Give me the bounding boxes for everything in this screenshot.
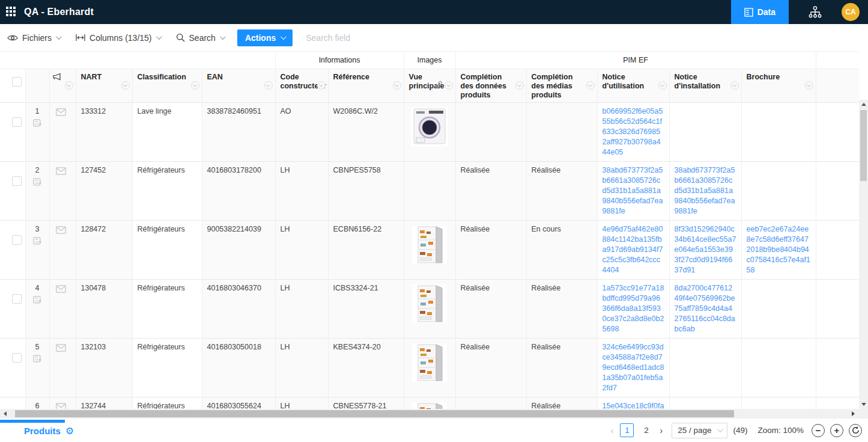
cell-reference: CBNPES5758 — [328, 161, 404, 220]
asset-link[interactable]: b0669952f6e05a555b56c52d564c1f633c3826d7… — [602, 107, 663, 156]
horizontal-scroll-thumb[interactable] — [15, 410, 734, 417]
fichiers-menu[interactable]: Fichiers — [7, 33, 60, 43]
asset-link[interactable]: 1a573cc91e77a18bdffcd995d79a96366f6da8a1… — [602, 284, 664, 333]
data-tab[interactable]: Data — [731, 0, 789, 24]
scroll-right-arrow[interactable] — [848, 409, 858, 419]
col-header-completion-donnees[interactable]: Complétion des données produits — [455, 69, 526, 102]
columns-menu[interactable]: Columns (13/15) — [76, 33, 160, 43]
sort-chevron-icon[interactable] — [393, 81, 401, 90]
network-icon[interactable] — [808, 5, 822, 19]
row-checkbox[interactable] — [12, 235, 22, 245]
asset-link[interactable]: 38abd673773f2a5b6661a3085726cd5d31b1a5a8… — [675, 166, 735, 215]
asset-link[interactable]: eeb7ec2e67a24ee8e7c58d6eff376472018b9be8… — [747, 225, 810, 274]
row-number: 2 — [27, 165, 48, 176]
sort-chevron-icon[interactable] — [586, 81, 595, 90]
col-header-ean[interactable]: EAN — [202, 69, 275, 102]
col-header-classification[interactable]: Classification — [132, 69, 202, 102]
data-tab-label: Data — [757, 7, 775, 17]
mail-icon[interactable] — [56, 344, 66, 352]
scroll-up-arrow[interactable] — [859, 100, 868, 109]
col-header-reference[interactable]: Référence — [328, 69, 404, 102]
product-image[interactable] — [412, 343, 447, 382]
product-image[interactable] — [412, 284, 447, 323]
prev-page-button[interactable]: ‹ — [610, 426, 615, 435]
sort-chevron-icon[interactable] — [730, 81, 739, 90]
sort-chevron-icon[interactable] — [658, 81, 667, 90]
asset-link[interactable]: 8f33d152962940c34b614ce8ec55a7e064e5a155… — [675, 225, 736, 274]
sort-chevron-icon[interactable] — [121, 81, 130, 90]
vertical-scroll-thumb[interactable] — [860, 110, 867, 181]
gear-icon[interactable]: ⚙ — [65, 426, 74, 436]
expand-node-icon[interactable] — [33, 178, 41, 186]
col-header-brochure[interactable]: Brochure — [741, 69, 816, 102]
zoom-out-button[interactable]: − — [812, 424, 825, 437]
next-page-button[interactable]: › — [658, 426, 664, 435]
sort-chevron-icon[interactable] — [445, 81, 453, 90]
mail-icon[interactable] — [56, 108, 66, 116]
col-header-notice-utilisation[interactable]: Notice d'utilisation — [597, 69, 669, 102]
row-checkbox[interactable] — [12, 353, 22, 363]
cell-classification: Réfrigérateurs — [132, 161, 202, 220]
cell-completion_donnees: Réalisée — [455, 279, 526, 338]
page-2-button[interactable]: 2 — [639, 423, 653, 437]
row-checkbox[interactable] — [12, 294, 22, 304]
search-input[interactable] — [306, 33, 486, 43]
product-image[interactable] — [412, 402, 447, 410]
col-header-nart[interactable]: NART — [76, 69, 132, 102]
empty-cell — [816, 220, 859, 279]
horizontal-scrollbar[interactable] — [0, 409, 868, 419]
sort-chevron-icon[interactable] — [317, 81, 326, 90]
avatar[interactable]: CA — [842, 3, 860, 21]
mail-icon[interactable] — [56, 226, 66, 234]
actions-button[interactable]: Actions — [237, 29, 293, 46]
col-header-code-constructeur[interactable]: Code constructeur — [275, 69, 328, 102]
page-size-select[interactable]: 25 / page — [672, 423, 727, 438]
col-header-vue-principale[interactable]: Vue principale — [404, 69, 455, 102]
mail-icon[interactable] — [56, 403, 66, 410]
select-all-checkbox[interactable] — [12, 77, 22, 87]
expand-node-icon[interactable] — [33, 296, 41, 304]
scroll-down-arrow[interactable] — [859, 400, 868, 409]
page-1-button[interactable]: 1 — [620, 423, 634, 437]
vertical-scrollbar[interactable] — [859, 100, 868, 409]
toolbar: Fichiers Columns (13/15) Search Actions — [0, 24, 868, 51]
chevron-down-icon — [156, 34, 162, 40]
search-menu[interactable]: Search — [176, 33, 224, 43]
zoom-level: Zoom: 100% — [757, 426, 804, 435]
product-image[interactable] — [412, 226, 447, 264]
asset-link[interactable]: 38abd673773f2a5b6661a3085726cd5d31b1a5a8… — [602, 166, 663, 215]
expand-node-icon[interactable] — [33, 119, 41, 127]
sort-chevron-icon[interactable] — [191, 81, 199, 90]
asset-link[interactable]: 4e96d75af462e80884c1142ba135fba917d69ab9… — [602, 225, 663, 274]
search-icon — [176, 33, 185, 42]
expand-node-icon[interactable] — [33, 355, 41, 363]
cell-completion_donnees: Réalisée — [455, 338, 526, 397]
asset-link[interactable]: 324c6e6499cc93dce34588a7f2e8d79ecd6468ed… — [602, 343, 664, 392]
cell-code: AO — [275, 102, 328, 161]
tab-produits[interactable]: Produits ⚙ — [24, 426, 74, 436]
row-checkbox[interactable] — [12, 176, 22, 186]
scroll-left-arrow[interactable] — [0, 409, 10, 419]
empty-cell — [816, 161, 859, 220]
col-header-notice-installation[interactable]: Notice d'installation — [669, 69, 741, 102]
mail-icon[interactable] — [56, 167, 66, 175]
cell-completion_donnees — [455, 102, 526, 161]
app-grid-icon[interactable] — [6, 7, 17, 17]
col-header-completion-medias[interactable]: Complétion des médias produits — [526, 69, 597, 102]
expand-node-icon[interactable] — [33, 237, 41, 245]
zoom-in-button[interactable]: + — [830, 424, 843, 437]
cell-classification: Réfrigérateurs — [132, 338, 202, 397]
sort-chevron-icon[interactable] — [264, 81, 273, 90]
sort-chevron-icon[interactable] — [515, 81, 524, 90]
sort-chevron-icon[interactable] — [805, 81, 813, 90]
asset-link[interactable]: 15e043ce18c9f0fa291cff8f70345c8ee742d9fa… — [602, 402, 664, 410]
sort-chevron-icon[interactable] — [65, 81, 73, 90]
asset-link[interactable]: 8da2700c47761249f4e07569962be75aff7859c4… — [675, 284, 735, 333]
page-size-value: 25 / page — [678, 426, 711, 435]
product-image[interactable] — [411, 108, 448, 146]
refresh-button[interactable] — [849, 424, 862, 437]
data-list-icon — [744, 8, 753, 17]
mail-icon[interactable] — [56, 285, 66, 293]
row-checkbox[interactable] — [12, 117, 22, 127]
cell-reference: CBNES5778-21 — [328, 397, 404, 409]
